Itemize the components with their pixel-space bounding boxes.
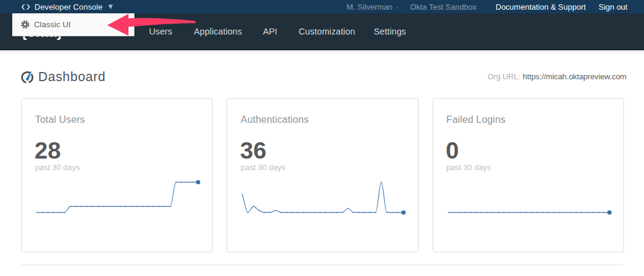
sparkline-chart [433, 176, 625, 225]
dashboard-cards: Total Users 28 past 30 days Authenticati… [21, 98, 624, 252]
org-name: Okta Test Sandbox [410, 0, 477, 13]
card-total-users: Total Users 28 past 30 days [21, 98, 213, 252]
card-title: Total Users [35, 114, 85, 125]
org-url: Org URL:https://micah.oktapreview.com [488, 72, 626, 82]
org-url-label: Org URL: [488, 72, 520, 81]
card-value: 28 [35, 138, 61, 163]
nav-item-customization[interactable]: Customization [299, 13, 355, 49]
nav-item-settings[interactable]: Settings [374, 13, 406, 49]
card-failed-logins: Failed Logins 0 past 30 days [433, 98, 624, 252]
gear-icon [21, 20, 30, 29]
dashboard-gauge-icon [21, 70, 34, 86]
card-subtitle: past 30 days [446, 163, 491, 172]
nav-item-api[interactable]: API [263, 13, 277, 49]
card-value: 36 [240, 138, 266, 163]
user-name: M. Silverman [347, 0, 393, 13]
console-switcher[interactable]: Developer Console ▼ [21, 2, 115, 12]
separator-dot: · [396, 0, 399, 13]
sign-out-link[interactable]: Sign out [599, 0, 628, 13]
org-url-value: https://micah.oktapreview.com [523, 72, 626, 81]
card-subtitle: past 30 days [241, 163, 285, 172]
nav-item-users[interactable]: Users [149, 13, 172, 49]
sparkline-chart [227, 176, 419, 225]
chevron-down-icon: ▼ [107, 2, 114, 11]
navbar-shadow [0, 50, 644, 54]
admin-topbar: Developer Console ▼ M. Silverman · Okta … [0, 0, 644, 13]
classic-ui-label: Classic UI [34, 20, 71, 29]
card-subtitle: past 30 days [35, 163, 80, 172]
classic-ui-menu-item[interactable]: Classic UI [12, 13, 134, 36]
nav-item-applications[interactable]: Applications [194, 13, 242, 49]
page-title: Dashboard [38, 70, 105, 85]
code-brackets-icon [21, 4, 30, 10]
card-value: 0 [446, 138, 459, 163]
card-title: Authentications [241, 114, 308, 125]
sparkline-chart [22, 176, 214, 225]
bottom-divider [21, 264, 624, 265]
card-title: Failed Logins [446, 114, 506, 125]
documentation-support-link[interactable]: Documentation & Support [496, 0, 586, 13]
console-switcher-label: Developer Console [35, 2, 102, 12]
card-authentications: Authentications 36 past 30 days [227, 98, 418, 252]
